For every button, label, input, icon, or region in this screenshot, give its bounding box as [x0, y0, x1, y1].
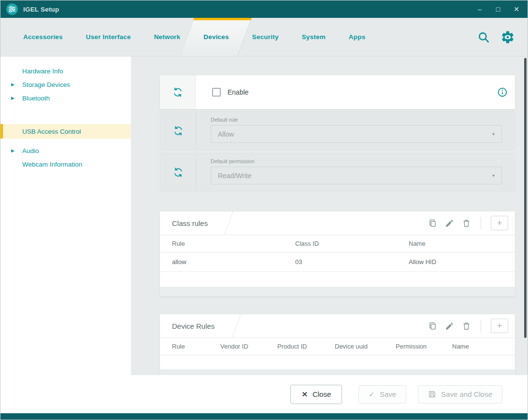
class-rules-header: Class rules [160, 211, 515, 235]
enable-label: Enable [228, 88, 249, 96]
default-rule-select[interactable]: Allow ▾ [211, 125, 502, 143]
gear-eye-icon[interactable] [500, 30, 515, 44]
footer-bar: ✕ Close ✓ Save Save and Close [0, 375, 528, 413]
sidebar-item-bluetooth[interactable]: ▶ Bluetooth [0, 91, 131, 105]
tabs: Accessories User Interface Network Devic… [23, 18, 365, 56]
tab-devices[interactable]: Devices [203, 18, 228, 56]
sidebar: Hardware Info ▶ Storage Devices ▶ Blueto… [0, 56, 131, 376]
window-controls: – □ ✕ [474, 4, 522, 14]
tab-user-interface[interactable]: User Interface [86, 18, 131, 56]
default-rule-field: Default rule Allow ▾ [196, 112, 514, 150]
delete-icon[interactable] [462, 219, 471, 228]
column-header: Device uuid [335, 343, 396, 350]
column-header: Vendor ID [220, 343, 277, 350]
default-permission-label: Default permission [211, 158, 502, 164]
save-button[interactable]: ✓ Save [358, 385, 406, 404]
window-close-button[interactable]: ✕ [511, 4, 522, 14]
column-header: Permission [396, 343, 452, 350]
vertical-scrollbar[interactable] [524, 58, 527, 338]
column-header: Name [409, 240, 515, 247]
cell-name: Allow HID [409, 258, 515, 266]
table-footer-strip [160, 287, 515, 296]
tab-apps[interactable]: Apps [349, 18, 366, 56]
class-rules-tools: + [428, 211, 508, 235]
delete-icon[interactable] [462, 322, 471, 331]
nav-tab-bar: Accessories User Interface Network Devic… [0, 18, 528, 56]
close-x-icon: ✕ [301, 390, 308, 399]
tab-security[interactable]: Security [252, 18, 279, 56]
reset-to-default-button[interactable] [160, 154, 196, 191]
sidebar-item-storage-devices[interactable]: ▶ Storage Devices [0, 78, 131, 91]
add-device-rule-button[interactable]: + [491, 319, 508, 333]
expand-arrow-icon[interactable]: ▶ [11, 96, 14, 100]
tab-system[interactable]: System [302, 18, 326, 56]
class-rule-table-row[interactable]: allow 03 Allow HID [160, 252, 515, 272]
default-rule-row: Default rule Allow ▾ [160, 112, 515, 150]
device-rules-table-header: Rule Vendor ID Product ID Device uuid Pe… [160, 337, 515, 355]
sync-icon [173, 167, 184, 178]
column-header: Rule [172, 343, 220, 350]
device-rules-card: Device Rules [160, 314, 515, 376]
duplicate-icon[interactable] [428, 219, 437, 228]
default-permission-field: Default permission Read/Write ▾ [196, 154, 514, 191]
body: Hardware Info ▶ Storage Devices ▶ Blueto… [0, 56, 528, 376]
column-header: Class ID [295, 240, 409, 247]
content-panel: Enable [131, 56, 528, 376]
titlebar: IGEL Setup – □ ✕ [0, 0, 528, 18]
column-header: Rule [172, 240, 295, 247]
info-icon[interactable] [498, 87, 507, 97]
tab-network[interactable]: Network [154, 18, 181, 56]
tools-divider [481, 217, 481, 229]
maximize-button[interactable]: □ [493, 4, 503, 14]
sidebar-item-webcam-information[interactable]: Webcam Information [0, 157, 131, 171]
edit-icon[interactable] [445, 322, 454, 331]
tab-accessories[interactable]: Accessories [23, 18, 63, 56]
sidebar-item-audio[interactable]: ▶ Audio [0, 144, 131, 157]
window-title: IGEL Setup [23, 6, 59, 13]
default-permission-select[interactable]: Read/Write ▾ [211, 167, 502, 184]
header-slant-divider [224, 211, 233, 235]
sidebar-item-usb-access-control[interactable]: USB Access Control [0, 124, 131, 139]
default-rule-label: Default rule [211, 117, 502, 123]
floppy-icon [428, 390, 436, 398]
chevron-down-icon: ▾ [492, 173, 495, 178]
window-bottom-edge [0, 413, 528, 420]
class-rules-title: Class rules [172, 211, 208, 235]
default-permission-row: Default permission Read/Write ▾ [160, 153, 515, 192]
class-rules-table-header: Rule Class ID Name [160, 235, 515, 252]
expand-arrow-icon[interactable]: ▶ [11, 82, 14, 87]
cell-rule: allow [172, 258, 295, 266]
check-icon: ✓ [369, 390, 375, 399]
save-and-close-button[interactable]: Save and Close [418, 385, 502, 404]
nav-icons [477, 30, 515, 44]
header-slant-divider [232, 314, 241, 337]
class-rules-card: Class rules [160, 211, 515, 296]
sync-icon [173, 126, 184, 136]
close-button[interactable]: ✕ Close [290, 385, 342, 404]
minimize-button[interactable]: – [474, 4, 485, 14]
edit-icon[interactable] [445, 219, 454, 228]
reset-to-default-button[interactable] [160, 75, 196, 109]
tools-divider [481, 320, 481, 332]
add-class-rule-button[interactable]: + [491, 216, 508, 230]
duplicate-icon[interactable] [428, 322, 437, 331]
expand-arrow-icon[interactable]: ▶ [11, 148, 14, 153]
sync-icon [172, 87, 183, 98]
enable-checkbox[interactable] [212, 88, 221, 97]
column-header: Product ID [277, 343, 335, 350]
chevron-down-icon: ▾ [492, 131, 495, 137]
device-rules-title: Device Rules [172, 314, 214, 337]
column-header: Name [452, 343, 515, 350]
device-rules-header: Device Rules [160, 314, 515, 337]
cell-class-id: 03 [295, 258, 409, 266]
device-rules-tools: + [428, 314, 508, 337]
enable-card: Enable [160, 75, 515, 109]
sidebar-item-hardware-info[interactable]: Hardware Info [0, 64, 131, 78]
igel-logo-icon [6, 3, 18, 15]
reset-to-default-button[interactable] [160, 112, 196, 150]
igel-setup-window: IGEL Setup – □ ✕ Accessories User Interf… [0, 0, 528, 420]
search-icon[interactable] [477, 31, 490, 43]
enable-row: Enable [196, 75, 515, 109]
